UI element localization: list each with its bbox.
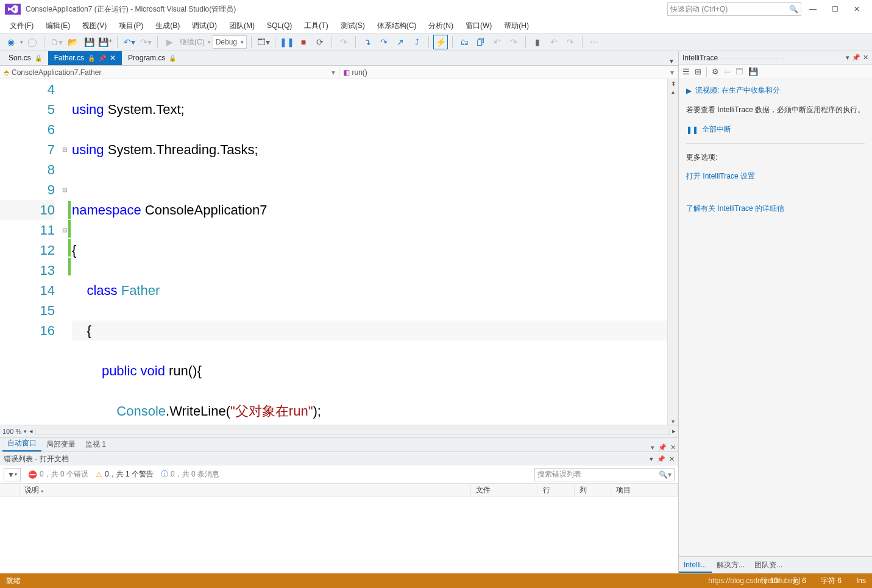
menu-view[interactable]: 视图(V): [76, 19, 113, 33]
menu-tools[interactable]: 工具(T): [298, 19, 334, 33]
zoom-dropdown-icon[interactable]: ▾: [24, 428, 27, 434]
tabs-overflow-dropdown[interactable]: ▾: [670, 57, 678, 65]
close-panel-icon[interactable]: ✕: [669, 455, 675, 463]
menu-project[interactable]: 项目(P): [113, 19, 149, 33]
continue-label[interactable]: 继续(C): [179, 37, 206, 48]
intellitrace-events-button[interactable]: ⚡: [433, 35, 448, 49]
class-combo[interactable]: ⬘ ConsoleApplication7.Father ▾: [0, 66, 339, 79]
close-tab-icon[interactable]: ✕: [110, 54, 116, 62]
tab-son-cs[interactable]: Son.cs 🔒: [2, 51, 48, 65]
tab-program-cs[interactable]: Program.cs 🔒: [122, 51, 182, 65]
step-over-button[interactable]: ↷: [377, 35, 391, 49]
col-line[interactable]: 行: [538, 485, 575, 495]
step-button[interactable]: ⤴: [409, 35, 424, 49]
gear-icon[interactable]: ⚙: [712, 67, 719, 76]
close-button[interactable]: ✕: [846, 2, 867, 16]
tree-view-icon[interactable]: ⊞: [695, 67, 701, 76]
config-dropdown[interactable]: Debug▾: [213, 35, 247, 49]
menu-test[interactable]: 测试(S): [335, 19, 371, 33]
code-editor[interactable]: 4 5 6 7 8 9 10 11 12 13 14 15 16 ⊟ ⊟: [0, 79, 678, 425]
menu-edit[interactable]: 编辑(E): [40, 19, 76, 33]
step-into-button[interactable]: ↴: [360, 35, 375, 49]
code-area[interactable]: using System.Text; using System.Threadin…: [72, 79, 667, 425]
open-file-button[interactable]: 📂: [65, 35, 80, 49]
redo-button[interactable]: ↷▾: [138, 35, 153, 49]
close-panel-icon[interactable]: ✕: [670, 444, 676, 452]
window-dropdown-icon[interactable]: ▾: [650, 455, 653, 463]
tab-locals[interactable]: 局部变量: [41, 437, 80, 452]
minimize-button[interactable]: —: [803, 2, 823, 16]
menu-debug[interactable]: 调试(D): [186, 19, 223, 33]
zoom-level[interactable]: 100 %: [2, 428, 21, 435]
tool-button4[interactable]: ↷: [506, 35, 521, 49]
new-project-button[interactable]: 🗋▾: [49, 35, 63, 49]
tab-autos[interactable]: 自动窗口: [2, 436, 41, 452]
window-dropdown-icon[interactable]: ▾: [846, 54, 849, 62]
hscroll-right-icon[interactable]: ▸: [672, 427, 676, 435]
nav-back-button[interactable]: ◉: [4, 35, 18, 49]
open-settings-link[interactable]: 打开 IntelliTrace 设置: [686, 171, 865, 182]
toolbar-overflow[interactable]: ⋯: [587, 35, 601, 49]
break-all-link[interactable]: ❚❚ 全部中断: [686, 124, 865, 135]
hscroll-left-icon[interactable]: ◂: [29, 427, 33, 435]
nav-fwd-button[interactable]: ◯: [25, 35, 40, 49]
menu-file[interactable]: 文件(F): [4, 19, 40, 33]
fold-gutter[interactable]: ⊟ ⊟ ⊟: [61, 79, 68, 425]
tool-button6[interactable]: ↶: [547, 35, 561, 49]
step-out-button[interactable]: ↗: [393, 35, 408, 49]
pause-button[interactable]: ❚❚: [280, 35, 294, 49]
menu-arch[interactable]: 体系结构(C): [371, 19, 423, 33]
pin-icon[interactable]: 📌: [657, 455, 665, 463]
fold-toggle[interactable]: ⊟: [61, 140, 68, 160]
warnings-toggle[interactable]: ⚠0，共 1 个警告: [96, 469, 154, 480]
pin-icon[interactable]: 📌: [99, 55, 106, 62]
tab-father-cs[interactable]: Father.cs 🔒 📌 ✕: [48, 51, 122, 65]
nav-window-icon[interactable]: 🗖: [736, 67, 743, 76]
learn-more-link[interactable]: 了解有关 IntelliTrace 的详细信: [686, 204, 865, 214]
tool-button5[interactable]: ▮: [530, 35, 545, 49]
tool-button3[interactable]: ↶: [490, 35, 505, 49]
editor-vertical-scrollbar[interactable]: ⬍ ▴ ▾: [667, 79, 678, 425]
nav-back-icon[interactable]: ⇦: [724, 67, 731, 76]
split-icon[interactable]: ⬍: [671, 80, 676, 87]
menu-window[interactable]: 窗口(W): [459, 19, 498, 33]
intellitrace-video-link[interactable]: ▶ 流视频: 在生产中收集和分: [686, 85, 865, 96]
error-search-input[interactable]: 搜索错误列表 🔍▾: [534, 468, 675, 481]
save-icon[interactable]: 💾: [748, 67, 758, 76]
close-panel-icon[interactable]: ✕: [863, 54, 868, 62]
fold-toggle[interactable]: ⊟: [61, 180, 68, 200]
restart-button[interactable]: ⟳: [313, 35, 327, 49]
scroll-down-icon[interactable]: ▾: [672, 418, 675, 425]
menu-build[interactable]: 生成(B): [149, 19, 186, 33]
editor-horizontal-scrollbar[interactable]: [35, 428, 670, 435]
col-col[interactable]: 列: [575, 485, 611, 495]
tab-solution-explorer[interactable]: 解决方...: [712, 558, 750, 573]
browse-button[interactable]: 🗔▾: [256, 35, 271, 49]
error-list-body[interactable]: [0, 497, 678, 573]
col-file[interactable]: 文件: [471, 485, 538, 495]
col-project[interactable]: 项目: [611, 485, 678, 495]
col-icon[interactable]: [0, 486, 19, 495]
menu-team[interactable]: 团队(M): [223, 19, 261, 33]
menu-analyze[interactable]: 分析(N): [422, 19, 459, 33]
maximize-button[interactable]: ☐: [824, 2, 845, 16]
stop-button[interactable]: ■: [296, 35, 311, 49]
list-view-icon[interactable]: ☰: [682, 67, 690, 76]
tool-button2[interactable]: 🗍: [473, 35, 488, 49]
col-desc[interactable]: 说明 ▴: [19, 485, 471, 495]
save-all-button[interactable]: 💾⁺: [98, 35, 113, 49]
tab-watch1[interactable]: 监视 1: [80, 437, 111, 452]
save-button[interactable]: 💾: [82, 35, 96, 49]
menu-sql[interactable]: SQL(Q): [261, 19, 298, 32]
undo-button[interactable]: ↶▾: [122, 35, 136, 49]
pin-icon[interactable]: 📌: [658, 444, 667, 452]
tab-team-explorer[interactable]: 团队资...: [750, 558, 787, 573]
pin-icon[interactable]: 📌: [852, 54, 860, 62]
window-dropdown-icon[interactable]: ▾: [651, 444, 654, 452]
fold-toggle[interactable]: ⊟: [61, 220, 68, 240]
filter-button[interactable]: ▼▾: [4, 468, 21, 481]
scroll-up-icon[interactable]: ▴: [672, 88, 675, 95]
menu-help[interactable]: 帮助(H): [498, 19, 535, 33]
tool-button7[interactable]: ↷: [563, 35, 578, 49]
messages-toggle[interactable]: ⓘ0，共 0 条消息: [161, 469, 219, 480]
